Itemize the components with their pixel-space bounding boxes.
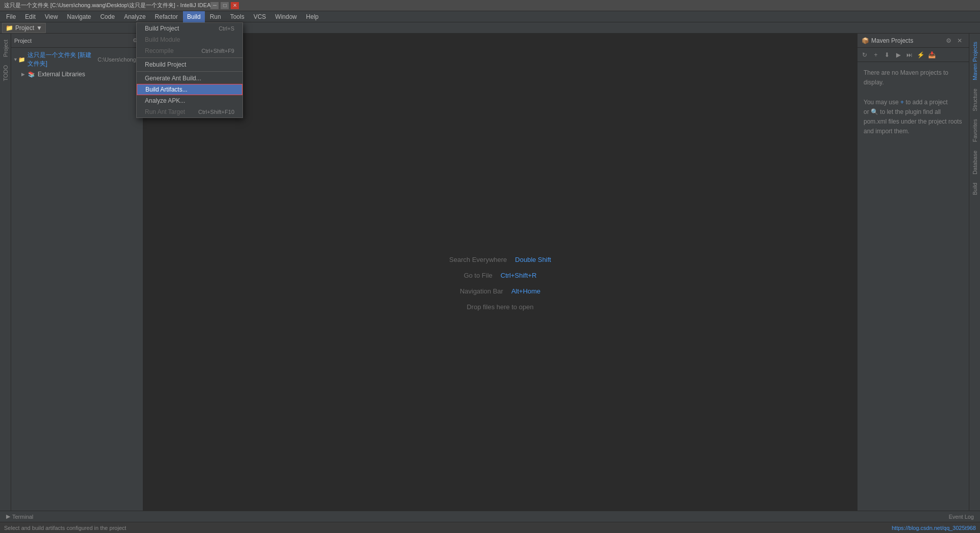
tree-external-libs-label: External Libraries xyxy=(38,71,85,78)
maven-add-link[interactable]: + xyxy=(900,99,904,106)
dropdown-recompile-shortcut: Ctrl+Shift+F9 xyxy=(201,48,234,54)
dropdown-build-artifacts-label: Build Artifacts... xyxy=(145,86,188,93)
menu-edit[interactable]: Edit xyxy=(21,11,40,22)
dropdown-build-project[interactable]: Build Project Ctrl+S xyxy=(137,23,242,34)
menu-navigate[interactable]: Navigate xyxy=(63,11,95,22)
dropdown-run-ant-label: Run Ant Target xyxy=(145,108,185,115)
menu-help[interactable]: Help xyxy=(302,11,323,22)
hint-drop: Drop files here to open xyxy=(467,303,534,311)
maven-header: 📦 Maven Projects ⚙ ✕ xyxy=(858,34,969,48)
maven-header-icon: 📦 xyxy=(862,37,869,44)
tree-item-external-libs[interactable]: ▶ 📚 External Libraries xyxy=(11,69,143,79)
menu-file[interactable]: File xyxy=(2,11,20,22)
vtab-structure[interactable]: Structure xyxy=(970,84,979,115)
bottom-toolbar: ▶ Terminal Event Log xyxy=(0,511,980,522)
hint-nav: Navigation Bar Alt+Home xyxy=(460,287,541,295)
minimize-button[interactable]: ─ xyxy=(210,2,219,9)
vtab-database[interactable]: Database xyxy=(970,146,979,179)
dropdown-rebuild[interactable]: Rebuild Project xyxy=(137,59,242,70)
menu-code[interactable]: Code xyxy=(96,11,119,22)
hint-search-label: Search Everywhere xyxy=(449,256,507,263)
menu-run[interactable]: Run xyxy=(206,11,225,22)
dropdown-sep-1 xyxy=(137,57,242,58)
status-message: Select and build artifacts configured in… xyxy=(4,525,126,531)
tree-root-path: C:\Users\chong... xyxy=(98,56,141,63)
maven-refresh-icon[interactable]: ↻ xyxy=(860,50,870,60)
project-selector-label: Project xyxy=(15,24,34,32)
menu-refactor[interactable]: Refactor xyxy=(151,11,182,22)
maven-hint-4: to let the plugin find all pom.xml files… xyxy=(864,108,962,135)
project-panel-toolbar: Project ⚙ xyxy=(11,34,143,48)
tab-event-log[interactable]: Event Log xyxy=(944,513,978,521)
maven-hint-1: You may use xyxy=(864,99,900,106)
maven-download-icon[interactable]: ⬇ xyxy=(882,50,892,60)
vtab-favorites[interactable]: Favorites xyxy=(970,115,979,146)
right-vtabs: Maven Projects Structure Favorites Datab… xyxy=(969,34,980,533)
maven-close-icon[interactable]: ✕ xyxy=(955,36,965,46)
tree-item-root[interactable]: ▼ 📁 这只是一个文件夹 [新建文件夹] C:\Users\chong... xyxy=(11,50,143,69)
dropdown-build-project-shortcut: Ctrl+S xyxy=(219,25,234,32)
dropdown-build-artifacts[interactable]: Build Artifacts... xyxy=(137,84,242,95)
menu-build[interactable]: Build xyxy=(183,11,205,22)
menu-analyze[interactable]: Analyze xyxy=(120,11,150,22)
dropdown-analyze-apk[interactable]: Analyze APK... xyxy=(137,95,242,106)
maven-import-icon[interactable]: 📥 xyxy=(927,50,937,60)
dropdown-build-module[interactable]: Build Module xyxy=(137,34,242,45)
menu-window[interactable]: Window xyxy=(271,11,301,22)
maven-skip-icon[interactable]: ⏭ xyxy=(904,50,914,60)
dropdown-rebuild-label: Rebuild Project xyxy=(145,61,186,68)
maven-hint-2: to add a project xyxy=(906,99,948,106)
restore-button[interactable]: □ xyxy=(221,2,229,9)
menu-tools[interactable]: Tools xyxy=(226,11,249,22)
build-dropdown-menu: Build Project Ctrl+S Build Module Recomp… xyxy=(136,22,243,118)
hint-nav-label: Navigation Bar xyxy=(460,287,503,295)
maven-scan-link[interactable]: 🔍 xyxy=(871,108,878,115)
tab-terminal[interactable]: ▶ Terminal xyxy=(2,512,38,521)
maven-add-icon[interactable]: + xyxy=(871,50,881,60)
menu-view[interactable]: View xyxy=(41,11,62,22)
project-selector-arrow: ▼ xyxy=(36,24,42,32)
dropdown-build-module-label: Build Module xyxy=(145,36,180,43)
maven-empty-message: There are no Maven projects to display. xyxy=(864,68,963,87)
project-selector[interactable]: 📁 Project ▼ xyxy=(2,23,46,33)
maven-panel: 📦 Maven Projects ⚙ ✕ ↻ + ⬇ ▶ ⏭ ⚡ 📥 There… xyxy=(857,34,969,533)
maven-header-title: Maven Projects xyxy=(871,37,913,44)
maven-settings-icon[interactable]: ⚙ xyxy=(943,36,954,46)
maven-toggle-icon[interactable]: ⚡ xyxy=(915,50,926,60)
hint-drop-label: Drop files here to open xyxy=(467,303,534,311)
vtab-build[interactable]: Build xyxy=(970,179,979,199)
status-link[interactable]: https://blog.csdn.net/qq_3025t968 xyxy=(892,525,976,531)
dropdown-generate-ant[interactable]: Generate Ant Build... xyxy=(137,73,242,84)
hint-search-key: Double Shift xyxy=(515,256,551,263)
project-icon: 📁 xyxy=(6,24,13,32)
left-vtabs: Project TODO xyxy=(0,34,11,533)
vtab-maven[interactable]: Maven Projects xyxy=(970,38,979,84)
dropdown-sep-2 xyxy=(137,71,242,72)
maven-hint-text: You may use + to add a project or 🔍 to l… xyxy=(864,98,963,137)
dropdown-run-ant[interactable]: Run Ant Target Ctrl+Shift+F10 xyxy=(137,106,242,117)
maven-run-icon[interactable]: ▶ xyxy=(893,50,903,60)
lib-expand-arrow: ▶ xyxy=(21,72,27,77)
dropdown-recompile[interactable]: Recompile Ctrl+Shift+F9 xyxy=(137,45,242,56)
editor-area: Search Everywhere Double Shift Go to Fil… xyxy=(143,34,857,533)
hint-search: Search Everywhere Double Shift xyxy=(449,256,551,263)
menu-vcs[interactable]: VCS xyxy=(250,11,270,22)
project-panel: Project ⚙ ▼ 📁 这只是一个文件夹 [新建文件夹] C:\Users\… xyxy=(11,34,143,533)
expand-arrow: ▼ xyxy=(13,57,18,62)
hint-goto-label: Go to File xyxy=(464,272,492,279)
vtab-todo[interactable]: TODO xyxy=(1,61,10,85)
event-log-label: Event Log xyxy=(948,514,974,520)
maven-content: There are no Maven projects to display. … xyxy=(858,62,969,533)
close-button[interactable]: ✕ xyxy=(231,2,239,9)
project-tree: ▼ 📁 这只是一个文件夹 [新建文件夹] C:\Users\chong... ▶… xyxy=(11,48,143,533)
hint-nav-key: Alt+Home xyxy=(511,287,540,295)
title-bar-controls: ─ □ ✕ xyxy=(210,2,239,9)
terminal-icon: ▶ xyxy=(6,513,10,520)
hint-goto: Go to File Ctrl+Shift+R xyxy=(464,272,536,279)
vtab-project[interactable]: Project xyxy=(1,36,10,61)
status-bar: Select and build artifacts configured in… xyxy=(0,522,980,533)
dropdown-analyze-apk-label: Analyze APK... xyxy=(145,97,185,104)
title-bar: 这只是一个文件夹 [C:\Users\chong.wang\Desktop\这只… xyxy=(0,0,980,11)
hint-goto-key: Ctrl+Shift+R xyxy=(501,272,537,279)
maven-hint-3: or xyxy=(864,108,871,115)
